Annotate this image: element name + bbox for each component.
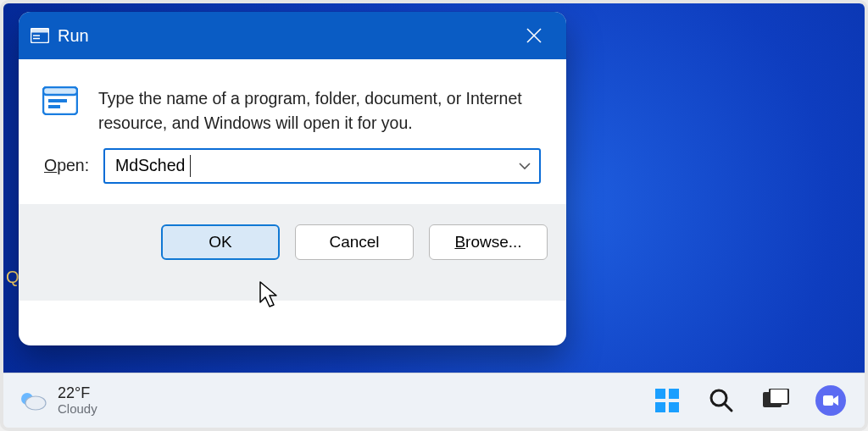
run-icon (31, 28, 49, 43)
close-icon (526, 27, 542, 44)
open-input[interactable] (114, 155, 509, 176)
svg-rect-9 (48, 105, 60, 108)
browse-button[interactable]: Browse... (429, 224, 548, 260)
svg-point-12 (25, 396, 46, 410)
taskbar-items (653, 385, 851, 416)
close-button[interactable] (509, 12, 559, 59)
cancel-button[interactable]: Cancel (295, 224, 414, 260)
dialog-title: Run (58, 26, 89, 46)
svg-rect-21 (823, 395, 833, 406)
weather-icon (17, 388, 47, 413)
chat-button[interactable] (815, 385, 846, 416)
open-row: Open: (19, 143, 566, 204)
svg-rect-15 (655, 402, 665, 412)
titlebar: Run (19, 12, 566, 59)
task-view-icon (762, 389, 789, 412)
svg-rect-16 (669, 402, 679, 412)
chevron-down-icon[interactable] (519, 158, 531, 174)
run-dialog: Run Type the name of a program, folder, … (19, 12, 566, 345)
svg-rect-14 (669, 389, 679, 399)
svg-rect-13 (655, 389, 665, 399)
task-view-button[interactable] (761, 386, 790, 415)
dialog-body: Type the name of a program, folder, docu… (19, 59, 566, 143)
stray-desktop-letter: Q (6, 268, 19, 287)
open-label: Open: (44, 156, 103, 175)
svg-rect-8 (48, 99, 67, 102)
weather-condition: Cloudy (58, 402, 97, 417)
run-body-icon (42, 86, 78, 136)
ok-button[interactable]: OK (161, 224, 280, 260)
search-button[interactable] (707, 386, 736, 415)
svg-rect-1 (31, 29, 49, 33)
svg-rect-20 (770, 389, 788, 404)
svg-line-18 (725, 404, 732, 411)
weather-temperature: 22°F (58, 385, 97, 402)
weather-text: 22°F Cloudy (58, 385, 97, 416)
dialog-description: Type the name of a program, folder, docu… (98, 86, 537, 136)
open-combobox[interactable] (103, 148, 541, 184)
search-icon (709, 388, 734, 413)
svg-rect-7 (43, 87, 77, 95)
button-row: OK Cancel Browse... (19, 204, 566, 301)
desktop-canvas: Q Run (0, 0, 868, 431)
windows-logo-icon (654, 387, 681, 414)
start-button[interactable] (653, 386, 682, 415)
weather-widget[interactable]: 22°F Cloudy (17, 385, 97, 416)
taskbar: 22°F Cloudy (3, 373, 865, 428)
video-chat-icon (821, 391, 840, 410)
svg-marker-22 (833, 395, 838, 406)
text-caret (190, 155, 191, 177)
